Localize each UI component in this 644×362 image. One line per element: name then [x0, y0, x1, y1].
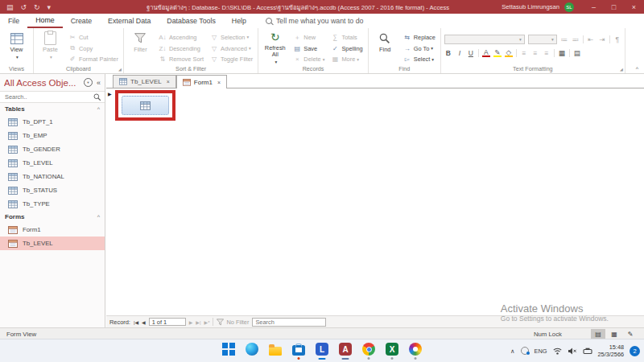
tab-external-data[interactable]: External Data — [100, 14, 159, 28]
refresh-all-button[interactable]: ↻ Refresh All ▾ — [262, 31, 288, 64]
font-color-button[interactable]: A — [482, 49, 490, 57]
save-icon[interactable]: ▤ — [6, 3, 14, 11]
account-name[interactable]: Settasub Limrungsan — [502, 3, 559, 10]
remove-sort-button[interactable]: ⇅ Remove Sort — [156, 54, 205, 64]
descending-button[interactable]: Z↓ Descending — [156, 43, 205, 54]
filter-button[interactable]: Filter — [127, 31, 154, 64]
edge-taskbar-icon[interactable] — [245, 342, 259, 356]
volume-muted-icon[interactable] — [568, 348, 577, 355]
doc-tab-form1[interactable]: Form1 × — [176, 75, 227, 88]
device-icon[interactable] — [583, 348, 592, 355]
last-record-button[interactable]: ▶| — [196, 319, 200, 325]
no-filter-button[interactable]: No Filter — [217, 319, 249, 326]
doc-tab-tb-level[interactable]: Tb_LEVEL × — [113, 75, 176, 88]
datasheet-view-button[interactable]: ▦ — [607, 329, 621, 339]
language-indicator[interactable]: ENG — [535, 348, 547, 355]
nav-item-form[interactable]: Form1 — [0, 223, 105, 237]
sync-icon[interactable] — [521, 347, 529, 355]
toggle-filter-button[interactable]: ▽ Toggle Filter — [208, 54, 254, 64]
save-record-button[interactable]: ▤ Save — [291, 43, 326, 54]
align-center-button[interactable]: ≡ — [531, 49, 539, 57]
nav-item-table[interactable]: Tb_NATIONAL — [0, 170, 105, 183]
increase-indent-button[interactable]: ⇥ — [598, 35, 606, 43]
nav-group-forms[interactable]: Forms ^ — [0, 211, 105, 223]
background-color-button[interactable]: ◇ — [505, 49, 513, 57]
wifi-icon[interactable] — [553, 348, 562, 355]
nav-group-tables[interactable]: Tables ^ — [0, 103, 105, 115]
collapse-pane-icon[interactable]: « — [97, 79, 101, 87]
numbering-button[interactable]: ≕ — [572, 35, 580, 43]
paste-button[interactable]: Paste ▾ — [37, 31, 64, 64]
advanced-button[interactable]: ▽ Advanced ▾ — [208, 43, 254, 54]
tab-file[interactable]: File — [0, 14, 27, 28]
nav-pane-header[interactable]: All Access Obje... ▾ « — [0, 74, 105, 91]
selection-button[interactable]: ▽ Selection ▾ — [208, 32, 254, 43]
minimize-button[interactable]: – — [584, 0, 604, 14]
qat-more-icon[interactable]: ▾ — [47, 3, 52, 11]
gridlines-button[interactable]: ▦ — [558, 49, 566, 57]
nav-item-table[interactable]: Tb_TYPE — [0, 197, 105, 211]
record-search-input[interactable] — [252, 318, 326, 327]
excel-taskbar-icon[interactable]: X — [385, 342, 399, 356]
spelling-button[interactable]: ✓ Spelling — [328, 43, 364, 54]
new-record-button[interactable]: ＋ New — [291, 32, 326, 43]
nav-item-table[interactable]: Tb_STATUS — [0, 183, 105, 197]
collapse-ribbon-icon[interactable]: ^ — [636, 66, 638, 72]
line-app-taskbar-icon[interactable]: L — [315, 342, 329, 356]
file-explorer-taskbar-icon[interactable] — [268, 342, 283, 356]
nav-menu-icon[interactable]: ▾ — [84, 78, 93, 87]
go-to-button[interactable]: → Go To ▾ — [401, 43, 437, 54]
first-record-button[interactable]: |◀ — [134, 319, 138, 325]
restore-button[interactable]: □ — [604, 0, 624, 14]
highlight-color-button[interactable]: ✎ — [493, 49, 502, 57]
undo-icon[interactable]: ↺ — [21, 3, 27, 11]
nav-item-table[interactable]: Tb_DPT_1 — [0, 115, 105, 129]
clock[interactable]: 15:48 25/3/2566 — [598, 343, 624, 358]
subform-control[interactable] — [122, 96, 169, 115]
access-taskbar-icon[interactable]: A — [338, 342, 353, 356]
redo-icon[interactable]: ↻ — [34, 3, 40, 11]
bullets-button[interactable]: ≔ — [560, 35, 568, 43]
nav-search-box[interactable] — [0, 91, 105, 103]
store-taskbar-icon[interactable] — [291, 342, 306, 356]
bold-button[interactable]: B — [444, 49, 452, 57]
avatar[interactable]: SL — [564, 2, 574, 12]
text-direction-button[interactable]: ¶ — [613, 35, 621, 43]
previous-record-button[interactable]: ◀ — [142, 319, 146, 325]
dialog-launcher-icon[interactable]: ◢ — [620, 67, 623, 72]
paint-taskbar-icon[interactable] — [408, 342, 423, 356]
new-record-button[interactable]: ▶* — [204, 319, 210, 325]
nav-item-table[interactable]: Tb_GENDER — [0, 142, 105, 156]
start-button[interactable] — [221, 342, 236, 356]
cut-button[interactable]: ✂ Cut — [66, 32, 120, 43]
tab-create[interactable]: Create — [63, 14, 100, 28]
tab-database-tools[interactable]: Database Tools — [159, 14, 223, 28]
font-family-select[interactable]: ▾ — [444, 35, 525, 44]
tell-me-box[interactable]: Tell me what you want to do — [266, 17, 364, 25]
align-left-button[interactable]: ≡ — [520, 49, 528, 57]
nav-item-table[interactable]: Tb_LEVEL — [0, 156, 105, 170]
close-button[interactable]: × — [624, 0, 644, 14]
ascending-button[interactable]: A↓ Ascending — [156, 32, 205, 43]
italic-button[interactable]: I — [456, 49, 464, 57]
design-view-button[interactable]: ✎ — [623, 329, 638, 339]
format-painter-button[interactable]: ✐ Format Painter — [66, 54, 120, 64]
nav-search-input[interactable] — [3, 93, 93, 101]
tab-home[interactable]: Home — [27, 14, 62, 28]
tab-help[interactable]: Help — [224, 14, 254, 28]
totals-button[interactable]: ∑ Totals — [328, 32, 364, 43]
next-record-button[interactable]: ▶ — [189, 319, 193, 325]
nav-item-form-selected[interactable]: Tb_LEVEL — [0, 237, 105, 250]
record-position[interactable]: 1 of 1 — [149, 318, 186, 326]
decrease-indent-button[interactable]: ⇤ — [587, 35, 595, 43]
tray-chevron-icon[interactable]: ∧ — [510, 348, 514, 355]
align-right-button[interactable]: ≡ — [543, 49, 551, 57]
select-button[interactable]: ▻ Select ▾ — [401, 54, 437, 64]
replace-button[interactable]: ⇆ Replace — [401, 32, 437, 43]
alternate-row-color-button[interactable]: ▤ — [573, 49, 581, 57]
find-button[interactable]: Find — [372, 31, 398, 64]
nav-item-table[interactable]: Tb_EMP — [0, 129, 105, 142]
notification-badge[interactable]: 2 — [630, 346, 640, 356]
close-icon[interactable]: × — [217, 80, 221, 85]
underline-button[interactable]: U — [467, 49, 475, 57]
